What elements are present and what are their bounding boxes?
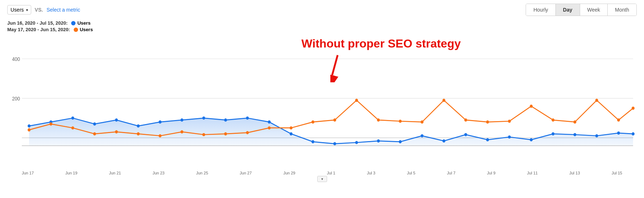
svg-point-37 [71,126,74,129]
metric-selector[interactable]: Users ▾ [7,5,31,15]
svg-point-45 [246,131,249,134]
svg-point-58 [530,105,533,108]
x-label-9: Jul 5 [407,171,415,175]
svg-point-29 [530,138,533,141]
svg-point-24 [421,134,424,137]
time-buttons-group: Hourly Day Week Month [526,4,637,16]
x-label-1: Jun 19 [65,171,77,175]
legend-dot-orange [74,28,78,32]
svg-point-39 [115,130,118,133]
svg-point-14 [202,116,205,120]
svg-point-13 [180,119,183,122]
svg-point-60 [574,120,576,124]
svg-point-20 [333,142,336,145]
hourly-button[interactable]: Hourly [526,4,555,16]
chart-area: 400 200 [7,35,637,169]
svg-point-12 [159,120,162,124]
svg-point-30 [551,132,554,136]
x-label-3: Jun 23 [152,171,164,175]
left-controls: Users ▾ VS. Select a metric [7,5,80,15]
x-label-4: Jun 25 [196,171,208,175]
svg-point-56 [486,120,489,124]
chart-svg: 400 200 [7,35,637,169]
svg-point-11 [137,124,140,128]
scroll-down-button[interactable]: ▾ [317,176,327,182]
dropdown-arrow-icon: ▾ [26,8,28,12]
legend-row-1: Jun 16, 2020 - Jul 15, 2020: Users [7,20,637,26]
x-label-10: Jul 7 [447,171,455,175]
select-metric-link[interactable]: Select a metric [46,7,80,13]
x-label-11: Jul 9 [487,171,496,175]
legend-dot-blue [71,21,76,25]
svg-point-42 [180,130,183,133]
svg-point-19 [311,140,314,143]
svg-point-57 [508,120,511,123]
svg-point-9 [93,123,96,126]
svg-point-49 [333,119,336,122]
svg-point-62 [617,119,620,122]
svg-point-44 [224,132,227,136]
svg-point-27 [486,138,489,141]
svg-point-22 [377,139,380,143]
month-button[interactable]: Month [608,4,636,16]
legend-row-2: May 17, 2020 - Jun 15, 2020: Users [7,27,637,32]
main-container: Users ▾ VS. Select a metric Hourly Day W… [0,0,644,198]
svg-point-32 [595,134,598,137]
x-label-5: Jun 27 [240,171,252,175]
top-bar: Users ▾ VS. Select a metric Hourly Day W… [7,4,637,16]
svg-point-52 [399,120,402,123]
metric-selector-label: Users [11,7,24,13]
x-label-6: Jun 29 [283,171,295,175]
svg-point-38 [93,132,96,136]
svg-point-35 [28,128,30,132]
svg-point-43 [202,133,205,136]
svg-point-25 [443,139,445,143]
svg-point-47 [290,126,293,129]
svg-point-55 [464,119,467,122]
svg-point-15 [224,119,227,122]
svg-point-34 [632,132,635,136]
vs-label: VS. [35,7,43,13]
x-label-2: Jun 21 [109,171,121,175]
day-button[interactable]: Day [556,4,580,16]
svg-point-16 [246,116,249,120]
svg-point-33 [617,132,620,135]
x-label-8: Jul 3 [367,171,375,175]
legend-date-1: Jun 16, 2020 - Jul 15, 2020: [7,20,68,26]
svg-point-63 [632,107,635,110]
svg-text:400: 400 [12,56,20,62]
x-axis-labels: Jun 17 Jun 19 Jun 21 Jun 23 Jun 25 Jun 2… [7,169,637,175]
scroll-hint: ▾ [7,176,637,182]
svg-point-17 [268,120,271,124]
svg-point-59 [551,119,554,122]
legend: Jun 16, 2020 - Jul 15, 2020: Users May 1… [7,20,637,32]
svg-point-40 [137,132,140,136]
svg-point-6 [28,124,30,128]
svg-point-41 [159,134,162,137]
svg-text:200: 200 [12,96,20,102]
svg-point-31 [574,133,576,136]
svg-point-8 [71,116,74,120]
x-label-12: Jul 11 [527,171,538,175]
svg-point-21 [355,141,358,144]
svg-point-54 [443,99,445,102]
svg-point-50 [355,99,358,102]
svg-point-61 [595,99,598,102]
x-label-7: Jul 1 [327,171,335,175]
svg-point-51 [377,119,380,122]
svg-point-10 [115,119,118,122]
svg-point-36 [49,123,52,126]
svg-point-48 [311,120,314,124]
legend-metric-2: Users [80,27,93,32]
x-label-0: Jun 17 [22,171,34,175]
svg-point-18 [290,132,293,136]
svg-point-28 [508,135,511,139]
svg-point-23 [399,140,402,143]
x-label-13: Jul 13 [569,171,580,175]
svg-point-46 [268,126,271,129]
week-button[interactable]: Week [580,4,608,16]
x-label-14: Jul 15 [612,171,622,175]
legend-date-2: May 17, 2020 - Jun 15, 2020: [7,27,70,32]
svg-point-26 [464,133,467,136]
legend-metric-1: Users [77,20,90,26]
